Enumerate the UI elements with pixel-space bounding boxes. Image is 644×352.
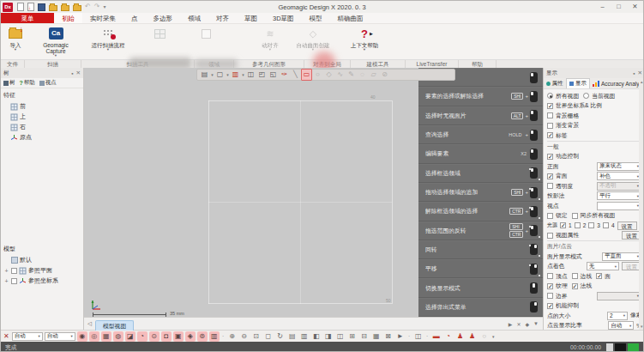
auto-select-2[interactable]: 自动▾ — [45, 332, 75, 341]
view-left-icon[interactable]: ◧ — [311, 331, 322, 342]
next-view-icon[interactable]: ▶ — [509, 321, 513, 327]
checkbox-transparency[interactable] — [547, 183, 553, 189]
scan-tool-icon[interactable]: ◈ — [185, 331, 196, 342]
view-split-icon[interactable]: ◫ — [335, 331, 346, 342]
select-box-icon[interactable]: ⊠ — [383, 331, 394, 342]
checkbox-world-axis[interactable] — [547, 103, 553, 109]
checkbox-performance[interactable] — [547, 303, 553, 309]
display-mode-icon[interactable]: ▢ — [214, 70, 226, 80]
circle-tool-icon[interactable]: ○ — [479, 331, 490, 342]
tab-display[interactable]: 显示 — [566, 78, 591, 88]
menu-tab[interactable]: 3D草图 — [265, 13, 302, 23]
menu-tab[interactable]: 精确曲面 — [330, 13, 371, 23]
open-folder-icon[interactable] — [49, 5, 57, 11]
viewpoint-select[interactable]: ▾ — [597, 202, 641, 210]
clipboard-icon[interactable]: ◫ — [413, 331, 424, 342]
menu-tab[interactable]: 实时采集 — [82, 13, 123, 23]
view-add-icon[interactable]: ⊞ — [347, 331, 358, 342]
checkbox-light-2[interactable] — [575, 222, 581, 228]
point-color-select[interactable]: 无▾ — [587, 262, 619, 270]
tree-item-top-plane[interactable]: 上 — [3, 112, 81, 122]
close-button[interactable]: ✕ — [627, 1, 643, 13]
layout-right-icon[interactable]: ◱ — [268, 70, 279, 80]
separator-dot[interactable]: · — [221, 331, 226, 342]
menu-tab[interactable]: 初始 — [54, 13, 82, 23]
scan-tool-icon[interactable]: ◪ — [125, 331, 135, 342]
radio-all-views[interactable] — [547, 93, 553, 99]
checkbox-face[interactable] — [596, 273, 602, 279]
checkbox-light-1[interactable] — [560, 222, 566, 228]
scan-tool-icon[interactable]: ◉ — [77, 331, 87, 342]
level-tool-icon[interactable]: ▬ — [431, 331, 442, 342]
checkbox-dynamic-control[interactable] — [547, 154, 553, 160]
snap-toggle-icon[interactable]: ✕ — [3, 332, 9, 340]
menu-tab[interactable]: 领域 — [180, 13, 208, 23]
menu-button[interactable]: 菜单 — [1, 13, 54, 23]
tab-properties[interactable]: 属性 — [544, 78, 566, 88]
render-mode-icon[interactable]: ▥ — [230, 70, 241, 80]
close-panel-icon[interactable]: ✕ — [638, 70, 642, 76]
pen-select-icon[interactable]: ✎ — [346, 70, 357, 80]
paint-brush-icon[interactable]: ✑ — [279, 70, 290, 80]
pin-icon[interactable]: ▪ — [633, 70, 635, 76]
checkbox-boundary[interactable] — [547, 293, 553, 299]
tab-help[interactable]: ?帮助 — [20, 79, 35, 87]
scan-tool-icon[interactable]: ◔ — [137, 331, 147, 342]
menu-tab[interactable]: 模型 — [302, 13, 330, 23]
model-viewport[interactable]: 40 50 35 mm — [84, 68, 418, 317]
deselect-icon[interactable]: ⊘ — [379, 70, 390, 80]
close-view-icon[interactable]: ✕ — [516, 321, 521, 327]
tab-model-view[interactable]: 模型视图 — [95, 320, 134, 331]
menu-tab[interactable]: 草图 — [237, 13, 265, 23]
front-face-select[interactable]: 原来状态▾ — [597, 162, 641, 171]
polygon-select-icon[interactable]: ◇ — [323, 70, 334, 80]
scan-tool-icon[interactable]: ◘ — [161, 331, 172, 342]
import-file-icon[interactable] — [27, 3, 34, 11]
scan-tool-icon[interactable]: ▥ — [209, 331, 220, 342]
capture-device-icon[interactable]: ♟ — [467, 331, 478, 342]
new-document-icon[interactable] — [17, 3, 24, 11]
checkbox-labels[interactable] — [547, 132, 553, 138]
circle-select-icon[interactable]: ○ — [312, 70, 323, 80]
view-grid-icon[interactable]: ▦ — [371, 331, 382, 342]
tab-viewpoint[interactable]: 视点 — [39, 79, 57, 87]
capture-device-icon[interactable]: ♟ — [455, 331, 466, 342]
checkbox-bg-grid[interactable] — [547, 112, 553, 118]
checkbox-view-properties[interactable] — [547, 233, 553, 239]
back-face-select[interactable]: 补色▾ — [597, 172, 641, 180]
view-cube-icon[interactable]: ▤ — [199, 70, 210, 80]
pin-icon[interactable]: ▪ — [71, 70, 73, 76]
scan-tool-icon[interactable]: ▣ — [173, 331, 184, 342]
visibility-checkbox[interactable] — [11, 268, 17, 274]
minimize-button[interactable]: – — [594, 1, 611, 13]
checkbox-normal[interactable] — [572, 283, 578, 289]
spline-select-icon[interactable]: ∿ — [334, 70, 346, 80]
scan-tool-icon[interactable]: ▦ — [101, 331, 111, 342]
geomagic-capture-button[interactable]: Ca Geomagic Capture▾ — [32, 26, 80, 58]
pointer-icon[interactable]: ► — [395, 331, 406, 342]
model-item-default[interactable]: 默认 — [3, 255, 81, 265]
tab-tree[interactable]: 树 — [3, 79, 15, 87]
rectangle-select-icon[interactable]: ▭ — [301, 69, 312, 81]
cloud-ratio-select[interactable]: 自动▾ — [608, 321, 634, 330]
checkbox-sync-views[interactable] — [572, 213, 578, 219]
separator-dot[interactable]: · — [407, 331, 412, 342]
tab-accuracy-analyzer[interactable]: Accuracy Analy... — [590, 78, 644, 88]
checkbox-light-4[interactable] — [603, 222, 609, 228]
checkbox-edge[interactable] — [572, 273, 578, 279]
menu-tab[interactable]: 对齐 — [208, 13, 237, 23]
checkbox-light-3[interactable] — [588, 222, 594, 228]
checkbox-lock[interactable] — [547, 213, 553, 219]
undo-icon[interactable]: ↶ — [85, 3, 91, 11]
view-remove-icon[interactable]: ⊟ — [359, 331, 370, 342]
view-front-icon[interactable]: ▤ — [287, 331, 298, 342]
save-icon[interactable] — [38, 3, 45, 11]
zoom-window-icon[interactable]: ◻ — [263, 331, 274, 342]
checkbox-vertex[interactable] — [547, 273, 553, 279]
more-views-icon[interactable]: ▼ — [533, 321, 539, 327]
split-view-icon[interactable]: ◫ — [245, 70, 256, 80]
model-item-reference-planes[interactable]: + 参照平面 — [3, 265, 81, 276]
layout-left-icon[interactable]: ◰ — [256, 70, 268, 80]
light-settings-button[interactable]: 设置 — [617, 222, 637, 230]
parallelogram-select-icon[interactable]: ▱ — [368, 70, 379, 80]
